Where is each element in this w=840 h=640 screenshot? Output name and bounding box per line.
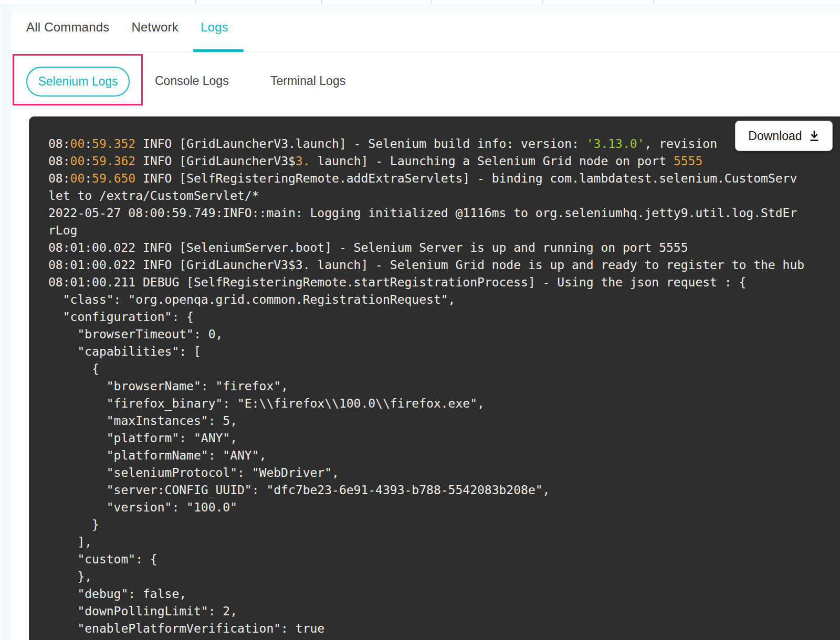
table-column-divider: [431, 0, 432, 4]
log-line: "server:CONFIG_UUID": "dfc7be23-6e91-439…: [48, 482, 840, 499]
log-line: "debug": false,: [48, 585, 840, 603]
log-line: 08:01:00.211 DEBUG [SelfRegisteringRemot…: [48, 274, 840, 291]
selenium-logs-page: { "header": { "tabs": [ { "label": "All …: [0, 0, 840, 640]
log-line: "maxInstances": 5,: [48, 412, 840, 430]
log-line: {: [48, 360, 840, 378]
log-line: ],: [48, 534, 840, 551]
log-line: "browserName": "firefox",: [48, 378, 840, 395]
tab-all-commands[interactable]: All Commands: [26, 20, 109, 35]
table-column-divider: [321, 0, 322, 4]
log-line: 08:00:59.650 INFO [SelfRegisteringRemote…: [48, 170, 840, 187]
log-lines: 08:00:59.352 INFO [GridLauncherV3.launch…: [48, 135, 840, 640]
download-icon: [809, 130, 820, 142]
log-line: }: [48, 516, 840, 534]
log-line: 2022-05-27 08:00:59.749:INFO::main: Logg…: [48, 205, 840, 222]
selenium-log-terminal[interactable]: 08:00:59.352 INFO [GridLauncherV3.launch…: [29, 116, 840, 640]
main-tab-bar: All Commands Network Logs: [26, 20, 228, 35]
download-button[interactable]: Download: [735, 121, 833, 151]
log-line: },: [48, 568, 840, 585]
log-line: let to /extra/CustomServlet/*: [48, 187, 840, 205]
table-column-divider: [653, 0, 654, 4]
table-header-remnant: [0, 0, 840, 4]
left-edge-strip: [1, 4, 12, 640]
table-column-divider: [542, 0, 543, 4]
active-tab-underline: [193, 49, 244, 52]
log-line: "platform": "ANY",: [48, 430, 840, 447]
log-line: "class": "org.openqa.grid.common.Registr…: [48, 291, 840, 308]
log-line: "downPollingLimit": 2,: [48, 603, 840, 620]
subtab-terminal-logs[interactable]: Terminal Logs: [270, 74, 345, 88]
top-fade: [12, 4, 840, 18]
log-line: rLog: [48, 222, 840, 239]
log-line: "configuration": {: [48, 308, 840, 326]
log-line: 08:00:59.352 INFO [GridLauncherV3.launch…: [48, 135, 840, 153]
log-line: "seleniumProtocol": "WebDriver",: [48, 464, 840, 482]
download-button-label: Download: [748, 129, 802, 143]
log-line: 08:01:00.022 INFO [SeleniumServer.boot] …: [48, 239, 840, 257]
tab-bar-divider: [12, 51, 840, 51]
log-line: "custom": {: [48, 551, 840, 568]
subtab-selenium-logs[interactable]: Selenium Logs: [26, 67, 130, 97]
tab-logs[interactable]: Logs: [201, 20, 228, 35]
log-line: "browserTimeout": 0,: [48, 326, 840, 343]
log-line: "capabilities": [: [48, 343, 840, 360]
tab-network[interactable]: Network: [131, 20, 178, 35]
log-line: "enablePlatformVerification": true: [48, 620, 840, 637]
log-line: 08:01:00.022 INFO [GridLauncherV3$3. lau…: [48, 257, 840, 274]
subtab-console-logs[interactable]: Console Logs: [155, 74, 229, 88]
log-line: "firefox_binary": "E:\\firefox\\100.0\\f…: [48, 395, 840, 412]
table-column-divider: [195, 0, 196, 4]
log-line: 08:00:59.362 INFO [GridLauncherV3$3. lau…: [48, 153, 840, 170]
log-line: "platformName": "ANY",: [48, 447, 840, 464]
log-line: "version": "100.0": [48, 499, 840, 516]
